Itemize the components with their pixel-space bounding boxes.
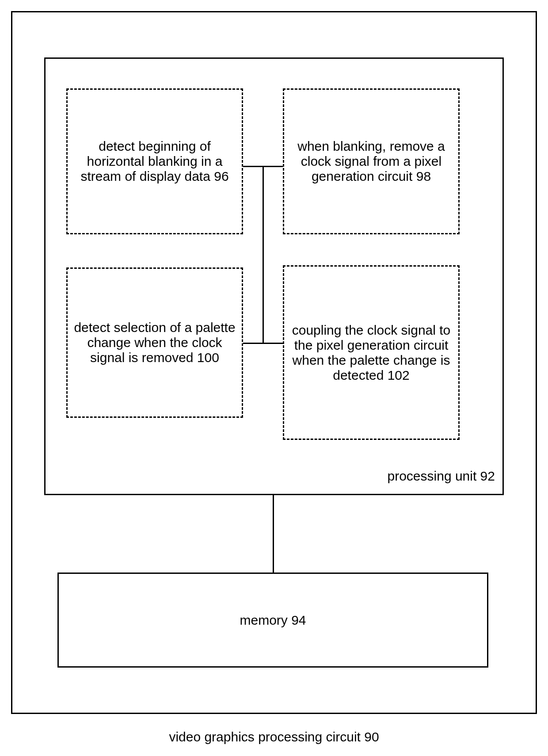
memory-label: memory 94: [240, 613, 306, 628]
step-box-100: detect selection of a palette change whe…: [66, 267, 243, 418]
step-text: detect beginning of horizontal blanking …: [72, 139, 237, 184]
diagram-canvas: processing unit 92 detect beginning of h…: [0, 0, 548, 756]
connector-pu-memory: [273, 495, 274, 574]
connector-vertical-t: [263, 166, 264, 344]
processing-unit-label: processing unit 92: [388, 469, 495, 484]
step-box-96: detect beginning of horizontal blanking …: [66, 88, 243, 234]
step-box-102: coupling the clock signal to the pixel g…: [283, 265, 460, 440]
step-text: detect selection of a palette change whe…: [72, 320, 237, 365]
memory-box: memory 94: [57, 573, 488, 668]
step-box-98: when blanking, remove a clock signal fro…: [283, 88, 460, 234]
step-text: coupling the clock signal to the pixel g…: [289, 323, 454, 383]
figure-caption: video graphics processing circuit 90: [0, 729, 548, 745]
step-text: when blanking, remove a clock signal fro…: [289, 139, 454, 184]
